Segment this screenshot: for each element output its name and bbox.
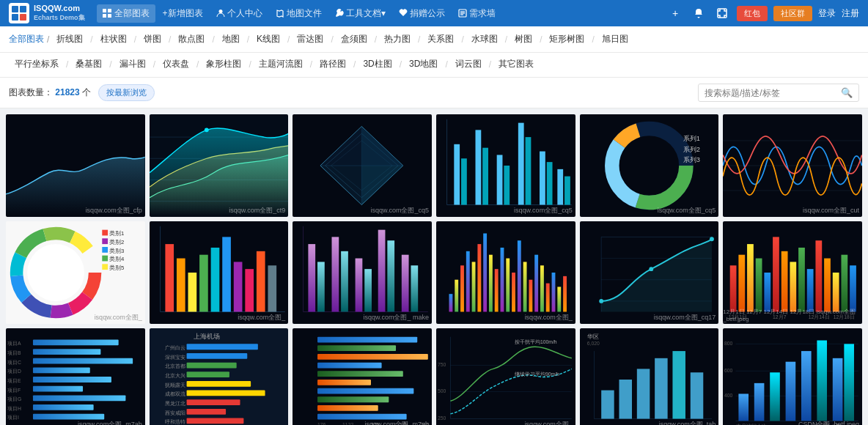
- chart-card-5[interactable]: 系列1 系列2 系列3 isqqw.com全图_cq5: [580, 114, 719, 217]
- chart-label-15: isqqw.com全图_m7ab: [364, 420, 429, 425]
- plus-action-icon[interactable]: +: [666, 4, 684, 22]
- cat-route[interactable]: 路径图: [314, 56, 352, 73]
- svg-rect-32: [475, 130, 481, 204]
- svg-rect-90: [341, 251, 348, 312]
- chart-card-7[interactable]: 类别1 类别2 类别3 类别4 类别5 isqqw.com全图_: [6, 221, 145, 324]
- cat-tree[interactable]: 树图: [509, 31, 538, 48]
- logo[interactable]: ISQQW.com Echarts Demo集: [9, 3, 85, 23]
- chart-card-16[interactable]: 750 500 250 按干扰平均100m/h 继续学习平均90m/h isqq…: [436, 328, 575, 425]
- svg-rect-229: [833, 358, 843, 421]
- svg-text:项目H: 项目H: [7, 406, 21, 411]
- svg-text:250: 250: [438, 415, 446, 421]
- chart-card-6[interactable]: isqqw.com全图_cut: [723, 114, 862, 217]
- svg-rect-133: [790, 262, 797, 311]
- nav-demand[interactable]: 需求墙: [452, 4, 501, 23]
- svg-rect-139: [842, 255, 848, 312]
- nav-user-center[interactable]: 个人中心: [210, 4, 268, 23]
- svg-point-18: [205, 128, 209, 132]
- cat-kline[interactable]: K线图: [251, 31, 286, 48]
- svg-text:抚顺露天: 抚顺露天: [163, 382, 185, 388]
- svg-text:项目B: 项目B: [7, 350, 21, 355]
- search-input[interactable]: [705, 88, 841, 98]
- cat-others[interactable]: 其它图表: [493, 56, 540, 73]
- latest-browse-button[interactable]: 按最新浏览: [98, 84, 155, 101]
- cat-gauge[interactable]: 仪表盘: [157, 56, 195, 73]
- nav-map-file[interactable]: 地图文件: [270, 4, 328, 23]
- svg-rect-65: [102, 238, 108, 244]
- cat-pie[interactable]: 饼图: [138, 31, 167, 48]
- chart-svg-17: 华区 6,020: [580, 328, 719, 425]
- cat-boxplot[interactable]: 盒须图: [335, 31, 373, 48]
- chart-card-13[interactable]: 项目A 项目B 项目C 项目D 项目E 项目F 项目G 项目H 项目I isqq…: [6, 328, 145, 425]
- cat-treemap[interactable]: 矩形树图: [543, 31, 590, 48]
- svg-rect-179: [186, 409, 225, 415]
- chart-card-15[interactable]: 176 1122 375 379 510 isqqw.com全图_m7ab: [293, 328, 432, 425]
- svg-rect-96: [411, 265, 419, 311]
- nav-new-chart[interactable]: +新增图表: [157, 4, 209, 23]
- cat-relation[interactable]: 关系图: [422, 31, 460, 48]
- red-packet-button[interactable]: 红包: [737, 6, 768, 21]
- chart-card-1[interactable]: isqqw.com全图_cfp: [6, 114, 145, 217]
- chart-card-18[interactable]: 800 600 400 本月访问人次 本活跃人数 CSDN全图_betf.jpe…: [723, 328, 862, 425]
- community-button[interactable]: 社区群: [773, 6, 812, 21]
- cat-parallel[interactable]: 平行坐标系: [9, 56, 65, 73]
- cat-3dmap[interactable]: 3D地图: [403, 56, 444, 73]
- login-button[interactable]: 登录: [818, 7, 836, 20]
- bell-icon[interactable]: [690, 4, 707, 22]
- cat-heatmap[interactable]: 热力图: [378, 31, 416, 48]
- svg-rect-156: [33, 386, 83, 392]
- search-icon[interactable]: 🔍: [841, 87, 853, 98]
- nav-all-charts[interactable]: 全部图表: [97, 4, 155, 23]
- chart-card-2[interactable]: isqqw.com全图_ct9: [150, 114, 289, 217]
- svg-rect-89: [332, 237, 339, 311]
- chart-card-9[interactable]: isqqw.com全图_ make: [293, 221, 432, 324]
- svg-text:750: 750: [438, 362, 446, 367]
- search-box[interactable]: 🔍: [698, 84, 859, 102]
- svg-rect-112: [534, 255, 538, 312]
- svg-rect-108: [512, 273, 515, 311]
- nav-tools[interactable]: 工具文档▾: [329, 4, 391, 23]
- chart-card-14[interactable]: 上海机场 广州白云 深圳宝安 北京首都 北京大兴 抚顺露天 成都双流 黑龙江北 …: [150, 328, 289, 425]
- svg-rect-215: [690, 372, 703, 418]
- cat-bar[interactable]: 柱状图: [95, 31, 133, 48]
- chart-card-10[interactable]: isqqw.com全图_: [436, 221, 575, 324]
- cat-pictograph[interactable]: 象形柱图: [200, 56, 247, 73]
- svg-rect-107: [506, 259, 510, 312]
- chart-label-18: CSDN全图_betf.jpeg: [798, 420, 859, 425]
- svg-text:项目I: 项目I: [7, 415, 19, 420]
- cat-3dbar[interactable]: 3D柱图: [357, 56, 397, 73]
- svg-rect-152: [33, 367, 90, 373]
- svg-text:6,020: 6,020: [586, 341, 599, 346]
- svg-rect-154: [33, 377, 111, 382]
- cat-waterball[interactable]: 水球图: [466, 31, 504, 48]
- svg-point-123: [599, 299, 603, 303]
- svg-rect-190: [317, 405, 378, 411]
- expand-icon[interactable]: [713, 4, 731, 22]
- svg-rect-6: [103, 14, 106, 18]
- chart-card-11[interactable]: isqqw.com全图_cq17: [580, 221, 719, 324]
- nav-donate[interactable]: 捐赠公示: [393, 4, 451, 23]
- svg-point-62: [40, 257, 72, 289]
- svg-rect-132: [781, 251, 788, 312]
- cat-sunburst[interactable]: 旭日图: [596, 31, 634, 48]
- breadcrumb: 全部图表 /: [9, 33, 49, 45]
- cat-map[interactable]: 地图: [216, 31, 246, 48]
- cat-line[interactable]: 折线图: [51, 31, 89, 48]
- chart-svg-16: 750 500 250 按干扰平均100m/h 继续学习平均90m/h: [436, 328, 575, 425]
- cat-radar[interactable]: 雷达图: [291, 31, 329, 48]
- cat-sankey[interactable]: 桑基图: [70, 56, 108, 73]
- chart-svg-5: 系列1 系列2 系列3: [580, 114, 719, 217]
- breadcrumb-home[interactable]: 全部图表: [9, 33, 44, 45]
- chart-card-17[interactable]: 华区 6,020 isqqw.com全图_tab: [580, 328, 719, 425]
- chart-card-12[interactable]: 12月1日 12月7 12月14日 12月18日 12月1日 12月7 12月1…: [723, 221, 862, 324]
- chart-card-8[interactable]: isqqw.com全图_: [150, 221, 289, 324]
- svg-text:项目A: 项目A: [7, 341, 21, 346]
- cat-funnel[interactable]: 漏斗图: [114, 56, 152, 73]
- svg-rect-71: [102, 264, 108, 270]
- chart-card-3[interactable]: isqqw.com全图_cq5: [293, 114, 432, 217]
- chart-card-4[interactable]: isqqw.com全图_cq5: [436, 114, 575, 217]
- cat-themeriver[interactable]: 主题河流图: [253, 56, 309, 73]
- register-button[interactable]: 注册: [842, 7, 859, 20]
- cat-wordcloud[interactable]: 词云图: [449, 56, 488, 73]
- cat-scatter[interactable]: 散点图: [172, 31, 210, 48]
